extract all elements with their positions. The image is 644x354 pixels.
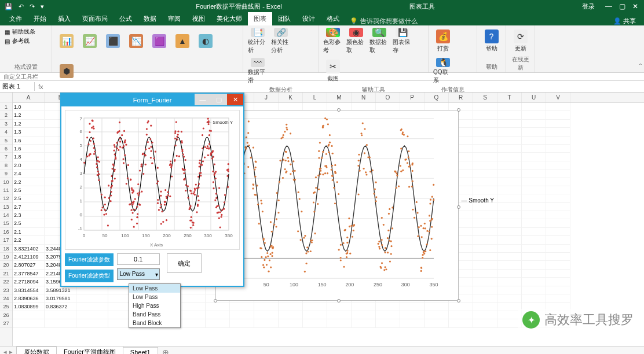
svg-point-591 (87, 143, 89, 145)
tab-home[interactable]: 开始 (28, 12, 52, 25)
svg-point-296 (412, 209, 414, 211)
svg-point-32 (290, 173, 291, 175)
tab-team[interactable]: 团队 (272, 12, 297, 25)
btn-color-pick[interactable]: ◉颜色拾取 (346, 28, 366, 54)
tab-beautify[interactable]: 美化大师 (211, 12, 248, 25)
minimize-icon[interactable]: — (605, 2, 612, 10)
fourier-dialog[interactable]: Form_Fourier — ▢ ✕ (60, 93, 244, 287)
fx-icon[interactable]: fx (35, 83, 47, 90)
svg-point-309 (317, 175, 319, 176)
ribbon-tabs: 文件 开始 插入 页面布局 公式 数据 审阅 视图 美化大师 图表 团队 设计 … (0, 13, 644, 25)
sheet-nav-prev-icon[interactable]: ◂ (3, 348, 7, 354)
fourier-param-input[interactable]: 0.1 (117, 253, 160, 265)
btn-screenshot[interactable]: ✂截图 (323, 58, 343, 84)
btn-qq[interactable]: 🐧QQ联系 (433, 58, 453, 84)
svg-point-485 (136, 206, 138, 208)
fourier-type-combo[interactable]: Low Pass (117, 268, 160, 280)
svg-point-440 (114, 178, 116, 179)
svg-point-615 (202, 160, 204, 162)
btn-chart-save[interactable]: 💾图表保存 (393, 28, 412, 54)
btn-donate[interactable]: 💰打赏 (433, 28, 453, 54)
btn-help[interactable]: ?帮助 (482, 28, 501, 54)
dropdown-option[interactable]: Band Block (129, 319, 180, 327)
ribbon-ref-lines[interactable]: ▤ 参考线 (5, 37, 45, 45)
name-box[interactable]: 图表 1 (0, 82, 35, 91)
share-label: 共享 (623, 17, 636, 24)
dialog-close-icon[interactable]: ✕ (227, 94, 243, 105)
sheet-tab[interactable]: 原始数据 (16, 346, 57, 355)
sheet-nav-next-icon[interactable]: ▸ (9, 348, 13, 354)
svg-point-363 (197, 196, 199, 197)
dialog-maximize-icon[interactable]: ▢ (211, 94, 227, 105)
ok-button[interactable]: 确定 (167, 253, 202, 273)
qat-more-icon[interactable]: ▾ (41, 3, 44, 10)
svg-point-412 (218, 187, 220, 189)
tell-me-search[interactable]: 💡 告诉我你想要做什么 (350, 17, 418, 25)
svg-point-110 (407, 135, 408, 137)
svg-point-203 (383, 269, 385, 271)
redo-icon[interactable]: ↷ (30, 3, 35, 10)
svg-point-119 (286, 128, 288, 130)
svg-point-92 (378, 243, 379, 245)
dialog-minimize-icon[interactable]: — (195, 94, 211, 105)
svg-point-269 (365, 171, 367, 173)
svg-point-523 (126, 183, 127, 185)
tab-view[interactable]: 视图 (186, 12, 211, 25)
btn-color-ref[interactable]: 🎨色彩参考 (323, 28, 343, 54)
ribbon-aux-lines[interactable]: ▦ 辅助线条 (5, 28, 45, 36)
fourier-type-label[interactable]: Fourier滤波类型 (65, 270, 114, 282)
worksheet-area[interactable]: 1234567891011121314151617181920212223242… (0, 93, 644, 346)
tab-format[interactable]: 格式 (321, 12, 345, 25)
tab-file[interactable]: 文件 (3, 12, 28, 25)
fourier-param-label[interactable]: Fourier滤波参数 (65, 253, 114, 266)
svg-point-241 (326, 119, 328, 120)
collapse-ribbon-icon[interactable]: ˆ (639, 63, 642, 71)
filter-type-dropdown[interactable]: Low Pass Low Pass High Pass Band Pass Ba… (129, 283, 181, 328)
svg-text:150: 150 (318, 282, 327, 287)
tab-design[interactable]: 设计 (297, 12, 321, 25)
tab-review[interactable]: 审阅 (162, 12, 186, 25)
svg-point-616 (189, 220, 191, 222)
btn-smooth[interactable]: 〰数据平滑 (248, 58, 268, 84)
svg-point-559 (224, 201, 225, 203)
undo-icon[interactable]: ↶ (19, 3, 24, 10)
svg-point-547 (221, 214, 222, 216)
tab-formulas[interactable]: 公式 (114, 12, 138, 25)
embedded-chart[interactable]: -101 234 567 050100 150200250 300350 — S… (215, 110, 459, 301)
svg-point-45 (254, 176, 256, 178)
maximize-icon[interactable]: ▢ (619, 2, 625, 10)
svg-point-371 (211, 158, 213, 160)
tab-data[interactable]: 数据 (138, 12, 162, 25)
close-icon[interactable]: ✕ (632, 2, 638, 10)
btn-correlation[interactable]: 🔗相关性分析 (271, 28, 291, 54)
svg-point-77 (346, 253, 347, 255)
share-button[interactable]: 👤 共享 (609, 17, 641, 25)
add-sheet-icon[interactable]: ⊕ (158, 348, 174, 355)
dropdown-option[interactable]: High Pass (129, 301, 180, 310)
sheet-tab[interactable]: Sheet1 (123, 347, 158, 354)
svg-point-355 (86, 137, 88, 138)
svg-point-270 (409, 165, 411, 167)
dropdown-option[interactable]: Band Pass (129, 310, 180, 319)
sheet-tab[interactable]: Fourier平滑曲线图 (56, 346, 123, 355)
svg-point-501 (156, 182, 158, 184)
svg-point-605 (210, 154, 211, 156)
save-icon[interactable]: 💾 (5, 3, 13, 10)
dialog-titlebar[interactable]: Form_Fourier — ▢ ✕ (61, 94, 243, 106)
svg-point-385 (127, 178, 129, 179)
dropdown-option[interactable]: Low Pass (129, 293, 180, 301)
tab-layout[interactable]: 页面布局 (76, 12, 114, 25)
tab-insert[interactable]: 插入 (52, 12, 76, 25)
account-label[interactable]: 登录 (582, 2, 595, 11)
svg-point-596 (197, 204, 199, 205)
svg-point-509 (147, 141, 149, 143)
btn-stat-analysis[interactable]: 📑统计分析 (248, 28, 268, 54)
btn-update[interactable]: ⟳更新 (511, 28, 530, 54)
dropdown-option[interactable]: Low Pass (129, 284, 180, 293)
tab-chart[interactable]: 图表 (248, 12, 272, 25)
svg-point-613 (223, 208, 225, 210)
svg-point-199 (422, 257, 423, 259)
svg-point-80 (298, 191, 299, 193)
btn-data-pick[interactable]: 🔍数据拾取 (369, 28, 389, 54)
row-headers[interactable]: 1234567891011121314151617181920212223242… (0, 93, 13, 346)
